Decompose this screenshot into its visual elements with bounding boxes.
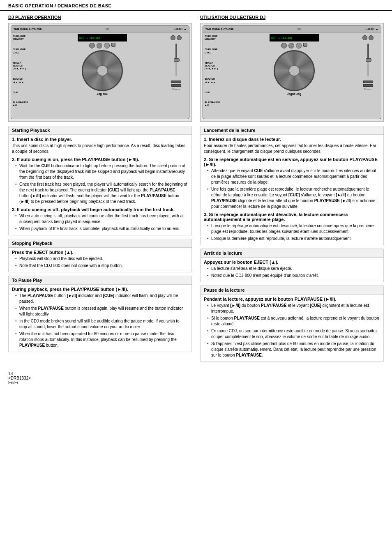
left-section-header: DJ PLAYER OPERATION [8,15,192,20]
arret-title: Arrêt de la lecture [201,249,383,258]
right-cue-label: CUE [205,91,231,94]
right-slider [367,44,369,76]
right-btn3 [296,43,302,48]
step1-heading: Insert a disc in the player. [17,137,72,142]
lancement-box: Lancement de la lecture 1. Insérez un di… [200,126,384,245]
pause-play-title: To Pause Play [9,276,191,285]
arret-bullet2: Notez que le CDJ-800 n'est pas équipé d'… [207,273,380,279]
fr-step3-bullet1: Lorsque le repérage automatique est désa… [207,223,380,235]
pause-fr-body: Pendant la lecture, appuyez sur le bouto… [201,295,383,362]
model-code: <DRB1332> [8,376,31,380]
right-cue-loop-call-label: CUE/LOOPCALL [205,48,231,54]
left-btn3 [104,43,110,48]
left-top-btn2 [177,35,182,40]
left-device-box: TIME MODE/ AUTO CUE EJECT ▲ CUE/LOOPMEMO… [11,25,189,119]
eject-press-label: Press the EJECT button (▲). [12,250,188,255]
svg-text:001 -- CDJ-800: 001 -- CDJ-800 [271,37,292,39]
left-cue-loop-memory-label: CUE/LOOPMEMORY [13,35,39,41]
left-slider [175,44,177,76]
left-time-mode-label: TIME MODE/ AUTO CUE [14,28,42,30]
fr-step2-bullets: Attendez que le voyant CUE s'allume avan… [204,168,380,210]
fr-step2-bullet2: Une fois que la première plage est repro… [207,187,380,210]
left-device-body: CUE/LOOPMEMORY CUE/LOOPCALL TRACKSEARCH|… [11,32,189,119]
page-header: BASIC OPERATION / DEMARCHES DE BASE [0,0,392,11]
left-play-pause-label: PLAY/PAUSE►/II [13,101,39,107]
step3-bullet2: When playback of the final track is comp… [15,226,188,232]
right-top-btn2 [369,35,374,40]
left-ctrl2 [171,84,181,87]
right-btn2 [288,43,294,48]
left-column: DJ PLAYER OPERATION TIME MODE/ AUTO CUE … [8,15,192,365]
arret-body: Appuyez sur le bouton EJECT (▲). La lect… [201,258,383,282]
step3-bullets: When auto cueing is off, playback will c… [12,213,188,232]
left-device-right: Pioneer [165,34,187,117]
left-player-image: TIME MODE/ AUTO CUE EJECT ▲ CUE/LOOPMEMO… [8,23,192,122]
starting-playback-body: 1. Insert a disc in the player. This uni… [9,135,191,235]
left-jog-label: Jog dial [97,92,107,95]
arret-box: Arrêt de la lecture Appuyez sur le bouto… [200,249,384,282]
right-progress-track [297,28,301,30]
arret-bullets: La lecture s'arrêtera et le disque sera … [204,266,380,279]
right-ctrl1 [363,81,373,83]
step2-title: 2. If auto cueing is on, press the PLAY/… [12,157,188,162]
right-player-image: TIME MODE/ AUTO CUE EJECT ▲ CUE/LOOPMEMO… [200,23,384,122]
pause-fr-bullet3: En mode CDJ, un son par intermittence re… [207,328,380,340]
left-device-center: 001 -- CDJ-800 Jog dial [41,34,164,117]
right-jog-label: Bague Jog [287,92,302,95]
left-pioneer-logo: Pioneer [172,88,180,90]
right-jog-center [288,65,300,76]
pause-fr-bullet1: Le voyant [►/II] du bouton PLAY/PAUSE et… [207,303,380,314]
left-cue-loop-call-label: CUE/LOOPCALL [13,48,39,54]
right-device-center: 001 -- CDJ-800 Bague Jog [233,34,355,117]
left-display-svg: 001 -- CDJ-800 [78,35,126,41]
step1-title: 1. Insert a disc in the player. [12,137,188,142]
right-search-label: SEARCH◄◄, ►► [205,78,231,83]
left-device-labels: CUE/LOOPMEMORY CUE/LOOPCALL TRACKSEARCH|… [13,34,39,117]
pause-bullet3: In the CDJ mode broken sound will still … [15,318,188,330]
right-btn1 [281,43,287,48]
right-device-box: TIME MODE/ AUTO CUE EJECT ▲ CUE/LOOPMEMO… [203,25,381,119]
right-display-svg: 001 -- CDJ-800 [270,35,318,41]
fr-step1-title: 1. Insérez un disque dans le lecteur. [204,137,380,142]
step1-num: 1. [12,137,17,142]
pause-fr-bullet4: Si l'appareil n'est pas utilisé pendant … [207,341,380,358]
step2-bullet2: Once the first track has been played, th… [15,182,188,205]
left-btn2 [97,43,102,48]
stopping-bullet1: Playback will stop and the disc will be … [15,256,188,262]
left-small-btns [89,43,115,48]
left-jog-center [97,65,108,76]
fr-step1-heading: Insérez un disque dans le lecteur. [209,137,281,142]
pause-bullet2: When the PLAY/PAUSE button is pressed ag… [15,306,188,317]
pause-bullets: The PLAY/PAUSE button [►/II] indicator a… [12,293,188,348]
right-top-btns [362,35,374,40]
fr-step1-body: Pour assurer de hautes performances, cet… [204,143,380,154]
left-btn4 [111,43,115,47]
right-right-controls: Pioneer [363,81,373,90]
right-jog-wheel [274,50,315,91]
right-device-body: CUE/LOOPMEMORY CUE/LOOPCALL TRACKSEARCH|… [203,32,381,119]
pause-fr-box: Pause de la lecture Pendant la lecture, … [200,286,384,362]
stopping-playback-box: Stopping Playback Press the EJECT button… [8,239,192,272]
svg-text:001 -- CDJ-800: 001 -- CDJ-800 [79,37,100,39]
fr-step3-bullet2: Lorsque la dernière plage est reproduite… [207,236,380,242]
fr-eject-label: Appuyez sur le bouton EJECT (▲). [204,260,380,265]
stopping-bullet2: Note that the CDJ-800 does not come with… [15,263,188,269]
right-ctrl2 [363,84,373,87]
left-device-top: TIME MODE/ AUTO CUE EJECT ▲ [11,26,189,32]
left-progress-track [106,28,109,30]
right-time-mode-label: TIME MODE/ AUTO CUE [205,28,233,30]
fr-step2-title: 2. Si le repérage automatique est en ser… [204,157,380,167]
step3-bullet1: When auto cueing is off, playback will c… [15,213,188,225]
right-column: UTILISATION DU LECTEUR DJ TIME MODE/ AUT… [200,15,384,365]
right-track-search-label: TRACKSEARCH|◄◄, ►► | [205,62,231,71]
left-cue-label: CUE [13,91,39,94]
left-top-btns [171,35,182,40]
page-footer: 18 <DRB1332> En/Fr [0,369,392,387]
fr-step3-title: 3. Si le repérage automatique est désact… [204,212,380,222]
step1-body: This unit spins discs at high speeds to … [12,143,188,154]
right-cue-loop-memory-label: CUE/LOOPMEMORY [205,35,231,41]
fr-step2-bullet1: Attendez que le voyant CUE s'allume avan… [207,168,380,185]
step2-bullet1: Wait for the CUE button indicator to lig… [15,163,188,180]
right-device-right: Pioneer [357,34,379,117]
starting-playback-box: Starting Playback 1. Insert a disc in th… [8,126,192,235]
